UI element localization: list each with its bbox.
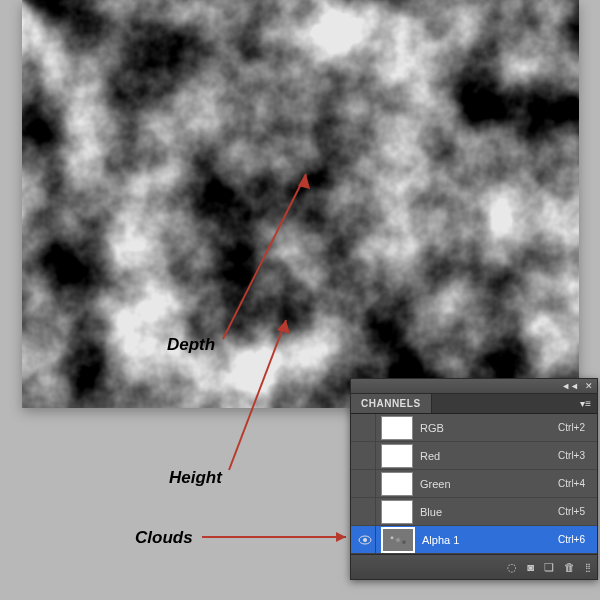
tab-channels[interactable]: CHANNELS: [351, 394, 432, 413]
close-icon[interactable]: ✕: [585, 381, 593, 391]
channel-thumbnail: [381, 416, 413, 440]
arrow-height: [224, 310, 296, 476]
resize-grip-icon[interactable]: ⣿: [585, 563, 591, 572]
channel-thumbnail: [381, 527, 415, 553]
visibility-toggle[interactable]: [355, 470, 376, 497]
delete-channel-icon[interactable]: 🗑: [564, 561, 575, 573]
channel-row-alpha-1[interactable]: Alpha 1Ctrl+6: [351, 526, 597, 554]
channel-name: Green: [418, 478, 558, 490]
load-selection-icon[interactable]: ◌: [507, 561, 517, 574]
collapse-icon[interactable]: ◄◄: [561, 381, 579, 391]
channel-shortcut: Ctrl+4: [558, 478, 593, 489]
annotation-height: Height: [169, 468, 222, 488]
channel-thumbnail: [381, 500, 413, 524]
channel-shortcut: Ctrl+3: [558, 450, 593, 461]
svg-marker-7: [336, 532, 346, 542]
channel-shortcut: Ctrl+6: [558, 534, 593, 545]
channel-name: Red: [418, 450, 558, 462]
annotation-depth: Depth: [167, 335, 215, 355]
visibility-toggle[interactable]: [355, 498, 376, 525]
channel-name: RGB: [418, 422, 558, 434]
eye-icon: [358, 535, 372, 545]
panel-titlebar: ◄◄ ✕: [351, 379, 597, 394]
panel-menu-icon[interactable]: ▾≡: [574, 394, 597, 413]
channel-list: RGBCtrl+2RedCtrl+3GreenCtrl+4BlueCtrl+5A…: [351, 414, 597, 554]
channel-shortcut: Ctrl+5: [558, 506, 593, 517]
channels-panel: ◄◄ ✕ CHANNELS ▾≡ RGBCtrl+2RedCtrl+3Green…: [350, 378, 598, 580]
visibility-toggle[interactable]: [355, 414, 376, 441]
channel-thumbnail: [381, 444, 413, 468]
channel-row-blue[interactable]: BlueCtrl+5: [351, 498, 597, 526]
channel-row-rgb[interactable]: RGBCtrl+2: [351, 414, 597, 442]
channel-row-green[interactable]: GreenCtrl+4: [351, 470, 597, 498]
panel-tabs: CHANNELS ▾≡: [351, 394, 597, 414]
svg-line-4: [229, 320, 286, 470]
panel-footer: ◌ ◙ ❏ 🗑 ⣿: [351, 554, 597, 579]
visibility-toggle[interactable]: [355, 526, 376, 553]
channel-thumbnail: [381, 472, 413, 496]
annotation-clouds: Clouds: [135, 528, 193, 548]
visibility-toggle[interactable]: [355, 442, 376, 469]
arrow-clouds: [200, 529, 356, 545]
svg-point-9: [363, 538, 367, 542]
save-selection-icon[interactable]: ◙: [527, 561, 534, 573]
svg-marker-5: [277, 320, 290, 334]
channel-shortcut: Ctrl+2: [558, 422, 593, 433]
channel-name: Blue: [418, 506, 558, 518]
new-channel-icon[interactable]: ❏: [544, 561, 554, 574]
channel-row-red[interactable]: RedCtrl+3: [351, 442, 597, 470]
channel-name: Alpha 1: [420, 534, 558, 546]
